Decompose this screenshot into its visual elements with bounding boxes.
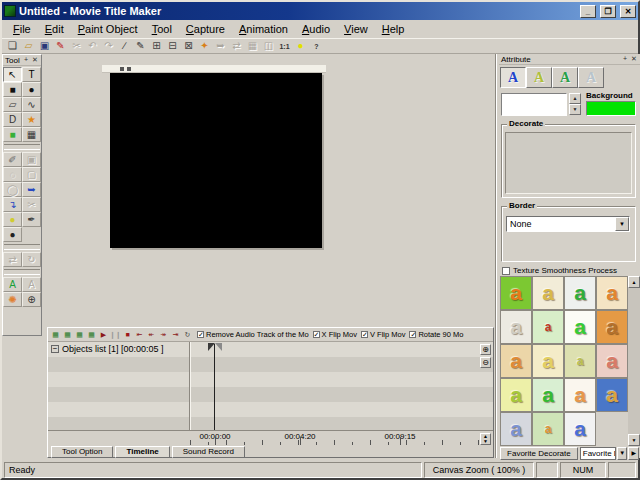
forward-button[interactable]: ↠ [158, 329, 169, 340]
collapse-icon[interactable]: − [51, 345, 59, 353]
checkbox-icon[interactable]: ✓ [313, 331, 320, 338]
attr-tab-face[interactable]: A [500, 67, 526, 88]
ellipse-select-tool[interactable]: ◯ [3, 182, 22, 197]
color-fill-tool[interactable]: ■ [3, 127, 22, 142]
loop-button[interactable]: ↻ [182, 329, 193, 340]
close-button[interactable]: ✕ [620, 5, 636, 18]
x-flip-mov-checkbox[interactable]: ✓X Flip Mov [313, 330, 357, 339]
chevron-down-icon[interactable]: ▼ [617, 447, 628, 460]
decorate-area[interactable] [505, 132, 632, 194]
ruler-spinner[interactable]: ▲▼ [480, 433, 491, 445]
menu-edit[interactable]: Edit [38, 22, 71, 36]
track-row[interactable] [48, 387, 493, 402]
favorite-thumb-6[interactable]: a [532, 310, 564, 344]
track-row[interactable] [48, 402, 493, 417]
favorite-thumb-18[interactable]: a [532, 412, 564, 446]
title-bar[interactable]: Untitled - Movie Title Maker _ ❐ ✕ [2, 2, 638, 20]
favorite-thumb-4[interactable]: a [596, 276, 628, 310]
marquee-tool[interactable]: ▢ [22, 167, 41, 182]
tab-tool-option[interactable]: Tool Option [51, 446, 113, 458]
favorites-dropdown[interactable]: Favorite D [580, 447, 616, 460]
timeline-zoom-out-button[interactable]: ⊖ [480, 357, 491, 368]
timeline-zoom-in-button[interactable]: ⊕ [480, 344, 491, 355]
insert-audio-button[interactable]: ▦ [86, 329, 97, 340]
insert-frame-button[interactable]: ▦ [62, 329, 73, 340]
background-swatch[interactable] [586, 101, 636, 116]
actual-size-button[interactable]: 1:1 [277, 39, 292, 53]
rewind-button[interactable]: ↞ [146, 329, 157, 340]
maximize-button[interactable]: ❐ [600, 5, 616, 18]
rounded-shape-tool[interactable]: D [3, 112, 22, 127]
star-object-button[interactable]: ✦ [197, 39, 212, 53]
insert-object-button[interactable]: ▦ [50, 329, 61, 340]
menu-view[interactable]: View [337, 22, 375, 36]
star-tool[interactable]: ★ [22, 112, 41, 127]
insert-media-button[interactable]: ▦ [74, 329, 85, 340]
timeline-ruler[interactable]: ▲▼ 00:00:0000:04:2000:09:15 [48, 430, 493, 446]
paint-drop-tool[interactable]: ● [3, 212, 22, 227]
polygon-tool[interactable]: ▱ [3, 97, 22, 112]
menu-audio[interactable]: Audio [295, 22, 337, 36]
timeline-tracks[interactable]: − Objects list [1] [00:00:05 ] ⊕ ⊖ [48, 341, 493, 430]
paint-brush-button[interactable]: ✎ [53, 39, 68, 53]
capture-window-button[interactable]: ⊟ [165, 39, 180, 53]
tab-sound-record[interactable]: Sound Record [172, 446, 245, 458]
text-attribute-tool[interactable]: A [3, 277, 22, 292]
checkbox-icon[interactable]: ✓ [361, 331, 368, 338]
save-button[interactable]: ▣ [37, 39, 52, 53]
favorite-thumb-12[interactable]: a [596, 344, 628, 378]
border-combobox[interactable]: None ▼ [506, 216, 630, 232]
stop-button[interactable]: ■ [122, 329, 133, 340]
favorite-thumb-10[interactable]: a [532, 344, 564, 378]
spinner-up-button[interactable]: ▲ [569, 93, 581, 104]
capture-frame-button[interactable]: ⊞ [149, 39, 164, 53]
play-button[interactable]: ▶ [98, 329, 109, 340]
lasso-tool[interactable]: ◌ [3, 167, 22, 182]
scroll-up-icon[interactable]: ▲ [628, 276, 640, 288]
playhead-marker[interactable] [208, 343, 222, 351]
menu-help[interactable]: Help [375, 22, 412, 36]
zoom-tool[interactable]: ⊕ [22, 292, 41, 307]
menu-paint-object[interactable]: Paint Object [71, 22, 145, 36]
playhead-line[interactable] [214, 344, 215, 430]
favorite-thumb-1[interactable]: a [500, 276, 532, 310]
menu-tool[interactable]: Tool [145, 22, 179, 36]
attribute-panel-titlebar[interactable]: Attribute + ✕ [499, 54, 640, 65]
rotate-tool[interactable]: ↻ [22, 252, 41, 267]
remove-audio-track-of-the-mo-checkbox[interactable]: ✓Remove Audio Track of the Mo [197, 330, 309, 339]
record-indicator-button[interactable]: ● [293, 39, 308, 53]
help-button[interactable]: ? [309, 39, 324, 53]
chevron-right-icon[interactable]: ▶ [628, 447, 639, 460]
link-tool[interactable]: ✐ [3, 152, 22, 167]
rotate-90-mo-checkbox[interactable]: ✓Rotate 90 Mo [409, 330, 463, 339]
text-tool[interactable]: T [22, 67, 41, 82]
pin-icon[interactable]: + [621, 55, 629, 63]
canvas[interactable] [110, 73, 322, 248]
favorite-thumb-2[interactable]: a [532, 276, 564, 310]
favorite-thumb-7[interactable]: a [564, 310, 596, 344]
attr-tab-shadow[interactable]: A [578, 67, 604, 88]
objects-list-header[interactable]: − Objects list [1] [00:00:05 ] [51, 344, 164, 354]
track-row[interactable] [48, 417, 493, 430]
favorites-scrollbar[interactable]: ▲ ▼ [628, 276, 640, 446]
new-document-button[interactable]: ❏ [5, 39, 20, 53]
favorite-thumb-8[interactable]: a [596, 310, 628, 344]
checkbox-icon[interactable]: ✓ [197, 331, 204, 338]
skip-start-button[interactable]: ⇤ [134, 329, 145, 340]
ink-bottle-tool[interactable]: ● [3, 227, 22, 242]
menu-file[interactable]: File [6, 22, 38, 36]
favorite-thumb-3[interactable]: a [564, 276, 596, 310]
favorite-thumb-15[interactable]: a [564, 378, 596, 412]
favorite-thumb-19[interactable]: a [564, 412, 596, 446]
line-tool-button[interactable]: ∕ [117, 39, 132, 53]
eyedropper-tool[interactable]: ✒ [22, 212, 41, 227]
favorite-decorate-tab[interactable]: Favorite Decorate [500, 447, 578, 460]
favorite-thumb-17[interactable]: a [500, 412, 532, 446]
tool-palette-titlebar[interactable]: Tool + ✕ [3, 55, 41, 66]
scroll-down-icon[interactable]: ▼ [628, 434, 640, 446]
favorite-thumb-13[interactable]: a [500, 378, 532, 412]
scissors-tool[interactable]: ✂ [22, 197, 41, 212]
freehand-line-tool[interactable]: ∿ [22, 97, 41, 112]
flip-tool[interactable]: ⇄ [3, 252, 22, 267]
open-button[interactable]: ▱ [21, 39, 36, 53]
